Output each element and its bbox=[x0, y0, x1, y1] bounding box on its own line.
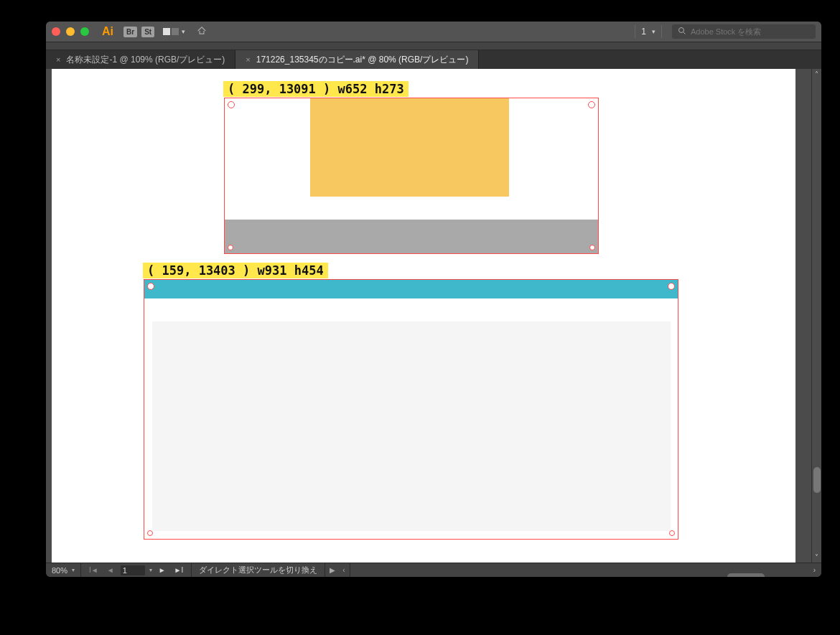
chevron-down-icon: ▾ bbox=[72, 567, 75, 573]
stock-search-input[interactable] bbox=[691, 27, 810, 36]
status-bar: 80% ▾ I◄ ◄ ▾ ► ►I ダイレクト選択ツールを切り換え ▶ ‹ › bbox=[46, 563, 821, 577]
play-icon: ▶ bbox=[330, 566, 335, 574]
artboard: ( 299, 13091 ) w652 h273 ( 159, 13403 ) … bbox=[52, 69, 795, 563]
zoom-level[interactable]: 80% ▾ bbox=[46, 563, 81, 577]
document-tabs: × 名称未設定-1 @ 109% (RGB/プレビュー) × 171226_13… bbox=[46, 50, 821, 69]
close-icon[interactable]: × bbox=[246, 55, 250, 64]
document-tab-label: 171226_135345のコピー.ai* @ 80% (RGB/プレビュー) bbox=[256, 54, 469, 66]
document-tab-label: 名称未設定-1 @ 109% (RGB/プレビュー) bbox=[66, 54, 225, 66]
window-controls bbox=[52, 27, 89, 36]
workspace-label: 1 bbox=[641, 27, 646, 37]
minimize-window-button[interactable] bbox=[66, 27, 75, 36]
stock-search[interactable] bbox=[672, 24, 816, 39]
first-artboard-button[interactable]: I◄ bbox=[87, 566, 101, 574]
close-icon[interactable]: × bbox=[56, 55, 60, 64]
annotation-label: ( 159, 13403 ) w931 h454 bbox=[143, 263, 328, 278]
arrange-documents-button[interactable]: ▾ bbox=[163, 28, 185, 35]
vertical-scrollbar[interactable]: ˄ ˅ bbox=[811, 69, 821, 563]
titlebar: Ai Br St ▾ 1 ▾ bbox=[46, 22, 821, 42]
chevron-left-icon: ‹ bbox=[342, 566, 345, 574]
chevron-down-icon: ▾ bbox=[652, 28, 655, 35]
control-bar bbox=[46, 42, 821, 50]
search-icon bbox=[678, 27, 686, 37]
next-artboard-button[interactable]: ► bbox=[157, 566, 168, 574]
document-area: ( 299, 13091 ) w652 h273 ( 159, 13403 ) … bbox=[46, 69, 821, 563]
scroll-up-icon[interactable]: ˄ bbox=[815, 69, 818, 80]
document-tab[interactable]: × 名称未設定-1 @ 109% (RGB/プレビュー) bbox=[46, 50, 235, 69]
scroll-track[interactable] bbox=[812, 80, 821, 552]
status-popup-button[interactable]: ▶ ‹ bbox=[325, 563, 350, 577]
close-window-button[interactable] bbox=[52, 27, 60, 36]
zoom-window-button[interactable] bbox=[80, 27, 89, 36]
app-logo: Ai bbox=[102, 25, 113, 38]
bridge-badge[interactable]: Br bbox=[123, 27, 137, 37]
selection-box[interactable] bbox=[144, 279, 678, 540]
scroll-thumb[interactable] bbox=[727, 573, 765, 578]
chevron-down-icon: ▾ bbox=[149, 567, 152, 573]
last-artboard-button[interactable]: ►I bbox=[172, 566, 186, 574]
annotation-label: ( 299, 13091 ) w652 h273 bbox=[223, 81, 409, 97]
tool-hint-text: ダイレクト選択ツールを切り換え bbox=[199, 565, 317, 575]
tool-hint: ダイレクト選択ツールを切り換え bbox=[192, 563, 325, 577]
document-tab[interactable]: × 171226_135345のコピー.ai* @ 80% (RGB/プレビュー… bbox=[235, 50, 479, 69]
gpu-preview-icon[interactable] bbox=[197, 26, 207, 38]
artboard-number-input[interactable] bbox=[121, 565, 145, 575]
app-window: Ai Br St ▾ 1 ▾ × 名 bbox=[46, 22, 821, 577]
prev-artboard-button[interactable]: ◄ bbox=[105, 566, 116, 574]
artboard-nav: I◄ ◄ ▾ ► ►I bbox=[81, 563, 192, 577]
stock-badge[interactable]: St bbox=[141, 27, 154, 37]
scroll-thumb[interactable] bbox=[813, 467, 821, 493]
scroll-right-icon[interactable]: › bbox=[808, 566, 821, 574]
workspace-switcher[interactable]: 1 ▾ bbox=[635, 25, 662, 38]
scroll-down-icon[interactable]: ˅ bbox=[815, 552, 818, 563]
zoom-value: 80% bbox=[52, 566, 67, 575]
selection-box[interactable] bbox=[224, 98, 599, 254]
svg-point-0 bbox=[679, 28, 684, 33]
svg-line-1 bbox=[683, 32, 686, 34]
canvas[interactable]: ( 299, 13091 ) w652 h273 ( 159, 13403 ) … bbox=[46, 69, 811, 563]
chevron-down-icon: ▾ bbox=[182, 28, 185, 35]
